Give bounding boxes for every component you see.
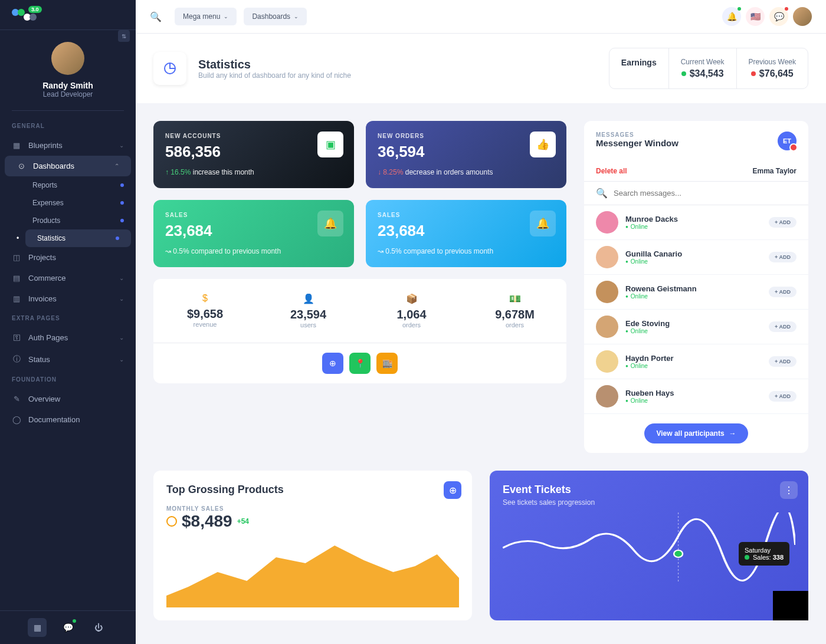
nav-invoices[interactable]: ▥Invoices⌄: [0, 288, 136, 309]
avatar[interactable]: [51, 42, 84, 75]
sidebar-footer: ▦ 💬 ⏻: [0, 610, 136, 644]
nav-commerce[interactable]: ▤Commerce⌄: [0, 268, 136, 288]
contact-name: Gunilla Canario: [625, 249, 762, 258]
store-icon: ▤: [12, 274, 21, 282]
projects-icon: ◫: [12, 253, 21, 262]
flag-icon: 🇺🇸: [750, 12, 761, 21]
nav-dashboards[interactable]: ⊙Dashboards⌃: [5, 156, 131, 176]
store-icon: 🏬: [382, 359, 392, 368]
pin-icon: 📍: [355, 359, 365, 368]
user-icon: 👤: [257, 293, 360, 304]
logo-area: 3.0: [0, 0, 136, 30]
pie-chart-icon: [163, 61, 177, 75]
bell-icon: 🔔: [317, 211, 343, 236]
messenger-label: MESSAGES: [596, 132, 678, 138]
nav-blueprints[interactable]: ▦Blueprints⌄: [0, 135, 136, 156]
contact-name: Rowena Geistmann: [625, 284, 762, 293]
earnings-box: Earnings Current Week $34,543 Previous W…: [609, 48, 808, 89]
dots-icon: ⋮: [784, 485, 794, 496]
profile-toggle-icon[interactable]: ⇅: [118, 30, 130, 42]
trend-icon: ↝: [378, 247, 385, 255]
panel-add-button[interactable]: ⊕: [444, 481, 461, 499]
nav-projects[interactable]: ◫Projects: [0, 247, 136, 268]
nav-overview[interactable]: ✎Overview: [0, 389, 136, 409]
nav-products[interactable]: Products: [21, 212, 136, 229]
user-badge[interactable]: ET: [778, 132, 796, 150]
contact-avatar: [596, 246, 618, 268]
previous-week-cell: Previous Week $76,645: [736, 48, 808, 88]
blueprint-icon: ▦: [12, 141, 21, 150]
contact-row[interactable]: Rowena GeistmannOnline+ ADD: [584, 275, 808, 310]
new-orders-card: NEW ORDERS 36,594 ↓ 8.25% decrease in or…: [366, 121, 566, 188]
plus-icon: ⊕: [449, 485, 457, 496]
contact-avatar: [596, 350, 618, 373]
user-avatar-button[interactable]: [793, 7, 812, 26]
nav-reports[interactable]: Reports: [21, 176, 136, 194]
notification-dot: [785, 7, 788, 11]
page-header: Statistics Build any kind of dashboard f…: [136, 34, 826, 103]
contact-status: Online: [625, 258, 762, 265]
delete-all-button[interactable]: Delete all: [596, 167, 627, 175]
contact-row[interactable]: Haydn PorterOnline+ ADD: [584, 344, 808, 379]
panel-menu-button[interactable]: ⋮: [780, 481, 798, 499]
bell-button[interactable]: 🔔: [722, 7, 741, 26]
add-contact-button[interactable]: + ADD: [769, 391, 796, 402]
metric-users: 👤 23,594 users: [257, 293, 360, 328]
page-subtitle: Build any kind of dashboard for any kind…: [198, 71, 351, 80]
add-contact-button[interactable]: + ADD: [769, 321, 796, 332]
dashboards-menu-button[interactable]: Dashboards⌄: [244, 8, 307, 25]
add-contact-button[interactable]: + ADD: [769, 217, 796, 228]
messenger-title: Messenger Window: [596, 138, 678, 148]
contact-avatar: [596, 316, 618, 338]
line-chart: Saturday Sales: 338: [503, 512, 795, 583]
version-badge: 3.0: [28, 6, 42, 13]
power-icon: ⏻: [94, 623, 103, 632]
chat-button[interactable]: 💬: [58, 618, 77, 637]
add-contact-button[interactable]: + ADD: [769, 356, 796, 367]
gauge-icon: ⊙: [17, 162, 26, 170]
nav-status[interactable]: ⓘStatus⌄: [0, 348, 136, 370]
search-icon[interactable]: 🔍: [150, 11, 162, 22]
current-week-cell: Current Week $34,543: [668, 48, 736, 88]
nav-header-foundation: FOUNDATION: [0, 370, 136, 389]
language-button[interactable]: 🇺🇸: [746, 7, 765, 26]
status-icon: ⓘ: [12, 354, 21, 364]
trend-icon: ↝: [165, 247, 173, 255]
selected-user: Emma Taylor: [753, 167, 796, 175]
dot-indicator: [120, 183, 124, 187]
contact-status: Online: [625, 328, 762, 334]
contact-row[interactable]: Rueben HaysOnline+ ADD: [584, 379, 808, 414]
nav-statistics[interactable]: Statistics: [25, 229, 131, 247]
bell-icon: 🔔: [727, 12, 737, 21]
chevron-down-icon: ⌄: [119, 334, 124, 341]
nav-dashboards-sub: Reports Expenses Products Statistics: [0, 176, 136, 247]
dollar-icon: $: [153, 293, 257, 304]
new-accounts-card: NEW ACCOUNTS 586,356 ↑ 16.5% increase th…: [153, 121, 354, 188]
view-all-button[interactable]: View all participants→: [644, 423, 748, 443]
mega-menu-button[interactable]: Mega menu⌄: [175, 8, 237, 25]
messages-button[interactable]: 💬: [769, 7, 788, 26]
thumbs-up-icon: 👍: [530, 132, 556, 157]
contact-row[interactable]: Ede StovingOnline+ ADD: [584, 310, 808, 344]
event-tickets-panel: Event Tickets See tickets sales progress…: [490, 471, 808, 620]
contact-avatar: [596, 385, 618, 408]
metric-orders: 📦 1,064 orders: [360, 293, 463, 328]
power-button[interactable]: ⏻: [89, 618, 108, 637]
nav-expenses[interactable]: Expenses: [21, 194, 136, 212]
search-input[interactable]: [614, 189, 796, 198]
add-contact-button[interactable]: + ADD: [769, 252, 796, 262]
add-button[interactable]: ⊕: [322, 353, 343, 374]
add-contact-button[interactable]: + ADD: [769, 287, 796, 297]
calendar-icon: ▦: [34, 623, 41, 632]
store-button[interactable]: 🏬: [376, 353, 398, 374]
location-button[interactable]: 📍: [349, 353, 371, 374]
status-dot-red: [751, 71, 756, 76]
contact-row[interactable]: Munroe DacksOnline+ ADD: [584, 205, 808, 240]
nav-documentation[interactable]: ◯Documentation: [0, 409, 136, 430]
calendar-button[interactable]: ▦: [28, 618, 47, 637]
earnings-label-cell: Earnings: [609, 48, 668, 88]
bell-icon: 🔔: [530, 211, 556, 236]
nav-auth[interactable]: ⚿Auth Pages⌄: [0, 327, 136, 348]
tooltip-dot: [745, 555, 749, 560]
contact-row[interactable]: Gunilla CanarioOnline+ ADD: [584, 240, 808, 275]
